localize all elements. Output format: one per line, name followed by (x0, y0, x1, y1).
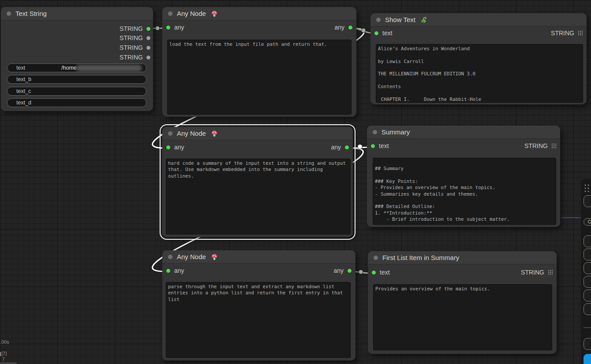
text-display[interactable]: Alice’s Adventures in Wonderland by Lewi… (376, 44, 583, 103)
offscreen-link-segment (561, 217, 581, 218)
grid-handle-icon[interactable] (551, 143, 557, 149)
stats-count: [7] (1, 351, 7, 356)
collapse-dot[interactable] (168, 11, 172, 16)
input-label: any (174, 267, 184, 274)
toolbar-pill-button[interactable]: C (584, 218, 591, 226)
output-slot-row: STRING (120, 43, 151, 52)
output-label: STRING (120, 44, 143, 51)
text-d-widget[interactable]: text_d (7, 98, 146, 107)
node-title: Text String (15, 10, 47, 17)
node-summary[interactable]: Summary text STRING ## Summary ### Key P… (367, 126, 560, 227)
link-dot[interactable] (361, 28, 366, 33)
node-any-node-summary[interactable]: Any Node any any hard code a summary of … (162, 127, 353, 237)
node-graph-canvas[interactable]: { "app": {"type": "node-graph-editor"}, … (0, 0, 591, 364)
node-title: Any Node (177, 10, 206, 17)
collapse-dot[interactable] (374, 256, 378, 260)
text-display[interactable]: Provides an overview of the main topics. (373, 284, 552, 350)
link-dot[interactable] (155, 26, 160, 30)
output-label: STRING (120, 25, 143, 32)
text-b-widget[interactable]: text_b (7, 75, 146, 84)
stats-value: 7 (2, 357, 5, 362)
node-any-node-load[interactable]: Any Node any any load the text from the … (162, 7, 356, 117)
link-dot[interactable] (359, 270, 363, 274)
stats-clipped-fragment (0, 352, 1, 356)
toolbar-button[interactable] (584, 276, 591, 288)
drag-handle-icon[interactable] (584, 184, 590, 193)
input-slot-dot[interactable] (166, 25, 171, 30)
input-slot-dot[interactable] (166, 268, 171, 273)
toolbar-button[interactable] (584, 290, 591, 301)
collapse-dot[interactable] (168, 131, 172, 136)
node-title-bar[interactable]: Any Node (162, 127, 353, 140)
link-dot-highlighted[interactable] (358, 145, 363, 149)
prompt-textarea[interactable]: load the text from the input file path a… (167, 40, 352, 115)
toolbar-pill-label: C (588, 219, 591, 224)
collapse-dot[interactable] (373, 130, 377, 134)
input-label: text (379, 142, 389, 149)
input-slot-dot[interactable] (371, 270, 376, 275)
input-slot-dot[interactable] (166, 145, 171, 150)
node-title-bar[interactable]: Text String (1, 7, 153, 20)
node-title-bar[interactable]: Summary (367, 126, 560, 139)
output-slot-dot[interactable] (146, 55, 151, 60)
slot-row: any any (162, 141, 353, 154)
widget-value: /home (61, 65, 77, 71)
slot-row: text STRING (370, 26, 587, 40)
widget-label: text_b (16, 76, 31, 82)
mushroom-icon (211, 10, 218, 17)
side-toolbar[interactable]: C (581, 179, 591, 364)
input-slot-dot[interactable] (374, 31, 379, 36)
stats-clipped-fragment (0, 362, 17, 364)
output-label: any (333, 267, 344, 274)
toolbar-button[interactable] (584, 249, 591, 260)
toolbar-button[interactable] (584, 262, 591, 274)
node-title-bar[interactable]: Show Text (370, 13, 587, 26)
node-title: First List Item in Summary (382, 254, 459, 261)
node-first-list-item[interactable]: First List Item in Summary text STRING P… (368, 251, 557, 354)
text-display[interactable]: ## Summary ### Key Points: - Provides an… (373, 158, 556, 225)
collapse-dot[interactable] (168, 255, 172, 259)
node-any-node-parse[interactable]: Any Node any any parse through the input… (162, 250, 355, 360)
type-label: STRING (521, 269, 544, 276)
node-title-bar[interactable]: Any Node (162, 250, 355, 264)
toolbar-button[interactable] (584, 338, 591, 350)
node-text-string[interactable]: Text String STRING STRING STRING STRING … (1, 7, 153, 111)
toolbar-button[interactable] (584, 235, 591, 247)
output-slot-row: STRING (120, 33, 151, 42)
node-title: Any Node (177, 253, 206, 260)
node-title: Any Node (177, 130, 206, 137)
text-widget[interactable]: text /home (7, 63, 146, 72)
toolbar-button[interactable] (584, 195, 591, 207)
collapse-dot[interactable] (376, 18, 381, 22)
slot-row: any any (162, 264, 355, 277)
output-slot-row: STRING (120, 53, 151, 62)
text-c-widget[interactable]: text_c (7, 87, 146, 96)
input-label: any (174, 144, 184, 151)
snake-icon (420, 16, 427, 23)
grid-handle-icon[interactable] (548, 270, 553, 275)
type-label: STRING (524, 142, 548, 149)
output-label: any (334, 24, 344, 31)
output-slot-dot[interactable] (146, 45, 151, 50)
run-button[interactable] (584, 354, 591, 364)
grid-handle-icon[interactable] (578, 30, 583, 36)
prompt-textarea[interactable]: parse through the input text and extract… (166, 282, 351, 358)
node-title: Show Text (385, 16, 415, 23)
slot-row: any any (162, 21, 356, 34)
output-slot-dot[interactable] (344, 145, 349, 150)
node-show-text[interactable]: Show Text text STRING Alice’s Adventures… (370, 13, 587, 104)
collapse-dot[interactable] (7, 11, 11, 16)
input-label: text (382, 30, 393, 37)
output-slot-dot[interactable] (347, 268, 352, 273)
input-slot-dot[interactable] (370, 144, 375, 149)
prompt-textarea[interactable]: hard code a summary of the input text in… (166, 159, 351, 234)
node-title-bar[interactable]: Any Node (162, 7, 356, 20)
output-slot-dot[interactable] (348, 25, 353, 30)
output-slot-row: STRING (120, 24, 151, 33)
node-title-bar[interactable]: First List Item in Summary (368, 251, 557, 264)
toolbar-button[interactable] (584, 303, 591, 315)
output-slot-dot[interactable] (146, 36, 151, 41)
output-slot-dot[interactable] (146, 26, 151, 31)
output-label: STRING (120, 34, 143, 41)
slot-row: text STRING (368, 266, 557, 279)
